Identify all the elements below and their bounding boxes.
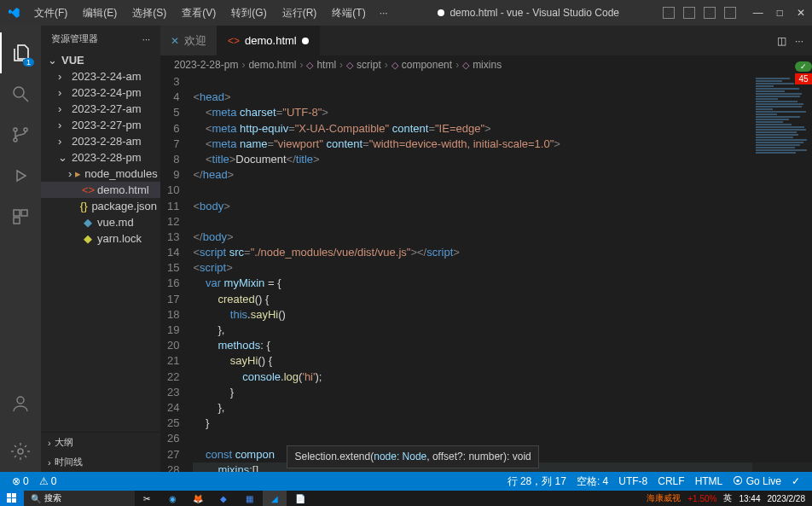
status-item[interactable]: ⊗0 xyxy=(7,475,34,487)
breadcrumb-item[interactable]: html xyxy=(316,59,336,71)
tree-folder[interactable]: ›2023-2-27-am xyxy=(41,101,160,117)
activity-extensions[interactable] xyxy=(0,196,41,237)
menu-item[interactable]: 终端(T) xyxy=(325,3,372,24)
code-line[interactable]: methods: { xyxy=(193,338,812,353)
status-item[interactable]: ⚠0 xyxy=(34,475,62,487)
tray-item[interactable]: 13:44 xyxy=(739,494,760,503)
tree-file[interactable]: ◆yarn.lock xyxy=(41,230,160,247)
status-item[interactable]: 行 28，列 17 xyxy=(502,474,571,489)
code-line[interactable]: }, xyxy=(193,323,812,338)
more-actions-icon[interactable]: ··· xyxy=(795,35,803,47)
code-line[interactable] xyxy=(193,183,812,198)
status-item[interactable]: HTML xyxy=(690,474,728,489)
tree-file[interactable]: ◆vue.md xyxy=(41,214,160,230)
menu-item[interactable]: 编辑(E) xyxy=(76,3,124,24)
code-line[interactable]: <body> xyxy=(193,199,812,214)
code-line[interactable]: } xyxy=(193,416,812,431)
breadcrumb-item[interactable]: 2023-2-28-pm xyxy=(174,59,238,71)
app-notepad[interactable]: 📄 xyxy=(288,491,312,506)
layout-left-icon[interactable] xyxy=(663,7,675,19)
code-line[interactable]: <script> xyxy=(193,260,812,276)
layout-controls xyxy=(663,7,736,19)
code-line[interactable]: created() { xyxy=(193,292,812,307)
code-editor[interactable]: 3456789101112131415161718192021222324252… xyxy=(160,74,812,472)
tray-item[interactable]: 英 xyxy=(723,492,732,504)
timeline-section[interactable]: ›时间线 xyxy=(41,452,160,472)
breadcrumb-item[interactable]: component xyxy=(402,59,452,71)
code-line[interactable]: }, xyxy=(193,400,812,416)
menu-item[interactable]: 查看(V) xyxy=(175,3,223,24)
activity-scm[interactable] xyxy=(0,114,41,155)
tree-file[interactable]: <>demo.html xyxy=(41,182,160,198)
app-wps[interactable]: ▦ xyxy=(237,491,261,506)
code-content[interactable]: <head> <meta charset="UTF-8"> <meta http… xyxy=(193,74,812,472)
code-line[interactable]: </head> xyxy=(193,167,812,183)
tree-root[interactable]: ⌄ VUE xyxy=(41,52,160,68)
tree-folder[interactable]: ›2023-2-24-am xyxy=(41,68,160,84)
code-line[interactable]: <head> xyxy=(193,90,812,105)
activity-settings[interactable] xyxy=(0,431,41,472)
app-firefox[interactable]: 🦊 xyxy=(186,491,210,506)
menu-item[interactable]: 文件(F) xyxy=(27,3,74,24)
activity-debug[interactable] xyxy=(0,155,41,196)
symbol-icon: ◇ xyxy=(306,60,313,71)
activity-search[interactable] xyxy=(0,73,41,114)
tree-folder[interactable]: ›2023-2-27-pm xyxy=(41,117,160,133)
app-browser[interactable]: ◆ xyxy=(212,491,235,506)
status-item[interactable]: ⦿ Go Live xyxy=(728,474,786,489)
minimap[interactable] xyxy=(752,74,812,472)
app-vscode[interactable]: ◢ xyxy=(263,491,287,506)
menu-item[interactable]: 选择(S) xyxy=(125,3,173,24)
breadcrumb[interactable]: 2023-2-28-pm › demo.html ›◇ html ›◇ scri… xyxy=(160,55,812,74)
taskbar-search[interactable]: 🔍 搜索 xyxy=(24,491,135,506)
tray-item[interactable]: 2023/2/28 xyxy=(768,494,806,503)
code-line[interactable]: var myMixin = { xyxy=(193,276,812,291)
code-line[interactable]: </body> xyxy=(193,230,812,245)
breadcrumb-item[interactable]: demo.html xyxy=(248,59,296,71)
code-line[interactable]: sayHi() { xyxy=(193,353,812,369)
code-line[interactable]: <meta charset="UTF-8"> xyxy=(193,105,812,120)
tree-folder[interactable]: ›2023-2-28-am xyxy=(41,133,160,149)
code-line[interactable]: <meta name="viewport" content="width=dev… xyxy=(193,137,812,152)
code-line[interactable]: this.sayHi() xyxy=(193,307,812,323)
layout-bottom-icon[interactable] xyxy=(683,7,695,19)
menu-overflow[interactable]: ··· xyxy=(373,3,395,22)
layout-panel-icon[interactable] xyxy=(724,7,736,19)
tree-file[interactable]: {}package.json xyxy=(41,198,160,214)
outline-section[interactable]: ›大纲 xyxy=(41,433,160,452)
tree-folder[interactable]: ⌄2023-2-28-pm xyxy=(41,149,160,166)
breadcrumb-item[interactable]: script xyxy=(357,59,381,71)
app-snip[interactable]: ✂ xyxy=(135,491,159,506)
maximize-button[interactable]: □ xyxy=(777,7,783,19)
editor-tab[interactable]: ✕欢迎 xyxy=(160,26,218,55)
status-item[interactable]: 空格: 4 xyxy=(571,474,613,489)
editor-tab[interactable]: <>demo.html xyxy=(218,26,320,55)
status-item[interactable]: CRLF xyxy=(652,474,689,489)
tree-folder[interactable]: ›2023-2-24-pm xyxy=(41,84,160,101)
tray-item[interactable]: +1.50% xyxy=(687,494,716,503)
split-editor-icon[interactable]: ◫ xyxy=(777,35,786,47)
code-line[interactable]: console.log('hi'); xyxy=(193,369,812,385)
close-button[interactable]: ✕ xyxy=(797,7,805,19)
menu-item[interactable]: 运行(R) xyxy=(276,3,324,24)
app-edge[interactable]: ◉ xyxy=(160,491,184,506)
tray-item[interactable]: 海康威视 xyxy=(647,492,681,504)
more-icon[interactable]: ··· xyxy=(142,34,150,44)
status-item[interactable]: UTF-8 xyxy=(613,474,652,489)
activity-explorer[interactable]: 1 xyxy=(0,32,41,73)
code-line[interactable]: <meta http-equiv="X-UA-Compatible" conte… xyxy=(193,121,812,137)
code-line[interactable] xyxy=(193,214,812,230)
code-line[interactable] xyxy=(193,74,812,90)
tree-folder[interactable]: ›▸node_modules xyxy=(41,166,160,182)
layout-right-icon[interactable] xyxy=(704,7,716,19)
start-button[interactable] xyxy=(0,491,24,506)
activity-account[interactable] xyxy=(0,383,41,424)
minimize-button[interactable]: — xyxy=(753,7,763,19)
menu-item[interactable]: 转到(G) xyxy=(224,3,273,24)
code-line[interactable]: } xyxy=(193,385,812,400)
breadcrumb-item[interactable]: mixins xyxy=(473,59,502,71)
code-line[interactable] xyxy=(193,431,812,446)
code-line[interactable]: <title>Document</title> xyxy=(193,152,812,167)
code-line[interactable]: <script src="./node_modules/vue/dist/vue… xyxy=(193,245,812,260)
status-item[interactable]: ✓ xyxy=(786,474,805,489)
